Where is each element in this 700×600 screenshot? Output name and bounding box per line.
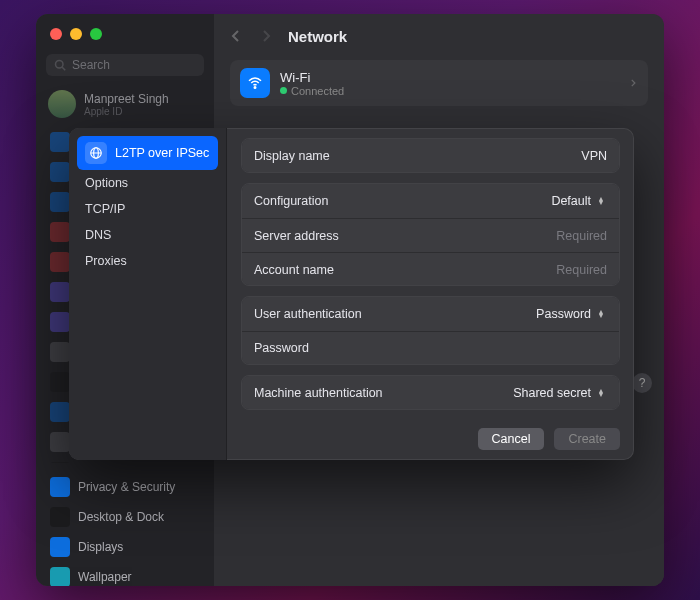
account-name-row[interactable]: Account name Required	[242, 252, 619, 285]
sheet-tab-label: DNS	[85, 228, 111, 242]
machine-authentication-label: Machine authentication	[254, 386, 383, 400]
svg-point-0	[56, 61, 64, 69]
search-input[interactable]: Search	[46, 54, 204, 76]
connection-group: Configuration Default▲▼ Server address R…	[241, 183, 620, 285]
sidebar-item-icon	[50, 537, 70, 557]
chevron-right-icon	[628, 76, 638, 90]
forward-button[interactable]	[258, 28, 274, 44]
traffic-lights	[50, 28, 102, 40]
updown-icon: ▲▼	[595, 389, 607, 397]
search-icon	[54, 59, 66, 71]
sidebar-item[interactable]: Privacy & Security	[44, 473, 206, 501]
apple-id-row[interactable]: Manpreet Singh Apple ID	[36, 84, 214, 124]
network-list: Wi-Fi Connected	[214, 58, 664, 108]
server-address-row[interactable]: Server address Required	[242, 218, 619, 252]
sidebar-item-icon	[50, 192, 70, 212]
content-header: Network	[214, 14, 664, 58]
sidebar-item-icon	[50, 477, 70, 497]
sidebar-item-icon	[50, 252, 70, 272]
page-title: Network	[288, 28, 347, 45]
sidebar-item-label: Wallpaper	[78, 570, 132, 584]
sidebar-item-icon	[50, 372, 70, 392]
account-name-label: Account name	[254, 263, 334, 277]
sidebar-item-icon	[50, 162, 70, 182]
sheet-tab-label: L2TP over IPSec	[115, 146, 209, 160]
machauth-group: Machine authentication Shared secret▲▼	[241, 375, 620, 410]
sheet-buttons: Cancel Create	[241, 420, 620, 450]
server-address-label: Server address	[254, 229, 339, 243]
sidebar-items-lower: Privacy & SecurityDesktop & DockDisplays…	[36, 469, 214, 586]
sidebar-item-icon	[50, 567, 70, 586]
sidebar-item[interactable]: Displays	[44, 533, 206, 561]
sidebar-item-icon	[50, 132, 70, 152]
account-name-placeholder: Required	[556, 263, 607, 277]
sidebar-item-icon	[50, 462, 70, 463]
sidebar-item[interactable]: Wallpaper	[44, 563, 206, 586]
sidebar-item-icon	[50, 432, 70, 452]
sheet-tab-label: Proxies	[85, 254, 127, 268]
sheet-tab[interactable]: TCP/IP	[77, 196, 218, 222]
display-name-group: Display name VPN	[241, 138, 620, 173]
sidebar-item[interactable]: Desktop & Dock	[44, 503, 206, 531]
sheet-tab-label: Options	[85, 176, 128, 190]
user-authentication-value: Password	[536, 307, 591, 321]
wifi-status: Connected	[280, 85, 344, 97]
svg-line-1	[62, 67, 65, 70]
configuration-label: Configuration	[254, 194, 328, 208]
sheet-tab[interactable]: Options	[77, 170, 218, 196]
display-name-value: VPN	[581, 149, 607, 163]
wifi-row[interactable]: Wi-Fi Connected	[230, 60, 648, 106]
avatar	[48, 90, 76, 118]
password-label: Password	[254, 341, 309, 355]
zoom-window-button[interactable]	[90, 28, 102, 40]
updown-icon: ▲▼	[595, 310, 607, 318]
server-address-placeholder: Required	[556, 229, 607, 243]
user-sub: Apple ID	[84, 106, 169, 117]
wifi-name: Wi-Fi	[280, 70, 344, 85]
minimize-window-button[interactable]	[70, 28, 82, 40]
password-row[interactable]: Password	[242, 331, 619, 365]
sidebar-item-icon	[50, 402, 70, 422]
sidebar-item-icon	[50, 312, 70, 332]
globe-icon	[85, 142, 107, 164]
help-button[interactable]: ?	[632, 373, 652, 393]
create-button[interactable]: Create	[554, 428, 620, 450]
back-button[interactable]	[228, 28, 244, 44]
sheet-tab[interactable]: DNS	[77, 222, 218, 248]
sheet-tab[interactable]: Proxies	[77, 248, 218, 274]
sidebar-item-icon	[50, 342, 70, 362]
sidebar-item-icon	[50, 282, 70, 302]
svg-point-2	[254, 87, 256, 89]
user-authentication-label: User authentication	[254, 307, 362, 321]
display-name-label: Display name	[254, 149, 330, 163]
search-placeholder: Search	[72, 58, 110, 72]
sidebar-item-label: Displays	[78, 540, 123, 554]
sidebar-item-icon	[50, 222, 70, 242]
user-authentication-row[interactable]: User authentication Password▲▼	[242, 297, 619, 331]
cancel-button[interactable]: Cancel	[478, 428, 545, 450]
sheet-form: Display name VPN Configuration Default▲▼…	[227, 128, 634, 460]
sheet-tab[interactable]: L2TP over IPSec	[77, 136, 218, 170]
sidebar-item-label: Desktop & Dock	[78, 510, 164, 524]
sidebar-item-icon	[50, 507, 70, 527]
configuration-row[interactable]: Configuration Default▲▼	[242, 184, 619, 218]
configuration-value: Default	[551, 194, 591, 208]
userauth-group: User authentication Password▲▼ Password	[241, 296, 620, 365]
wifi-icon	[240, 68, 270, 98]
updown-icon: ▲▼	[595, 197, 607, 205]
sheet-tab-label: TCP/IP	[85, 202, 125, 216]
sidebar-item-label: Privacy & Security	[78, 480, 175, 494]
sheet-sidebar: L2TP over IPSecOptionsTCP/IPDNSProxies	[69, 128, 227, 460]
status-dot-icon	[280, 87, 287, 94]
user-name: Manpreet Singh	[84, 92, 169, 106]
display-name-row[interactable]: Display name VPN	[242, 139, 619, 173]
close-window-button[interactable]	[50, 28, 62, 40]
vpn-config-sheet: L2TP over IPSecOptionsTCP/IPDNSProxies D…	[69, 128, 634, 460]
machine-authentication-value: Shared secret	[513, 386, 591, 400]
machine-authentication-row[interactable]: Machine authentication Shared secret▲▼	[242, 376, 619, 410]
